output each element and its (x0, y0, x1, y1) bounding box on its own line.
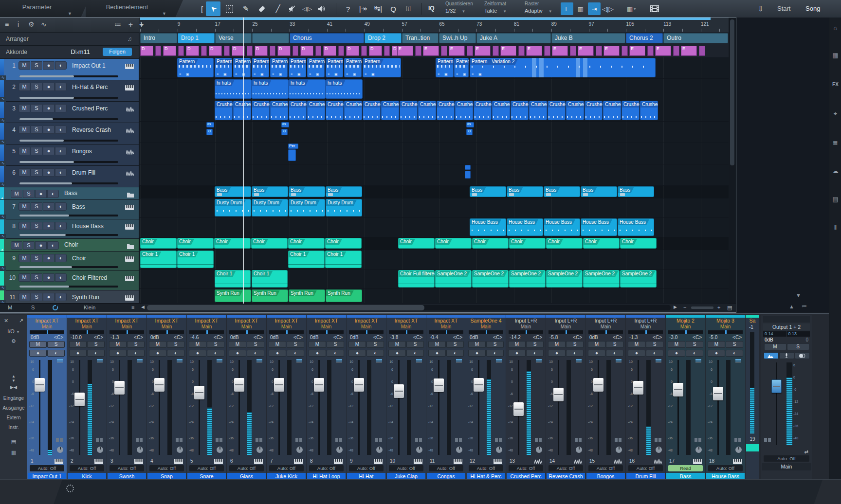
channel-monitor-button[interactable]: ◐ (327, 350, 344, 357)
chord-track-header[interactable]: Akkorde D♭m11 Folgen (0, 46, 139, 59)
clip[interactable]: Crushed Perc (511, 101, 529, 120)
channel-record-button[interactable]: ● (628, 350, 645, 357)
track-list-menu-icon[interactable]: ≡ (5, 20, 9, 28)
track-volume-slider[interactable] (19, 286, 118, 288)
chord-event[interactable]: E (397, 46, 413, 56)
insert-blocks-icon[interactable] (615, 438, 622, 442)
channel-output[interactable]: Main (27, 324, 67, 330)
channel-monitor-button[interactable]: ◐ (726, 350, 743, 357)
wrench-icon[interactable]: ⚙ (28, 20, 35, 28)
mixer-channel-18[interactable]: Mojito 3Main-5.0<C>MS●◐1060-6-12-24-36-4… (706, 315, 745, 480)
horizontal-scrollbar[interactable] (147, 305, 671, 310)
detach-icon[interactable]: ↗ (19, 318, 23, 324)
channel-pan-value[interactable]: <C> (533, 334, 542, 341)
pan-control[interactable] (147, 330, 186, 334)
fader-handle[interactable] (633, 381, 643, 395)
channel-output[interactable]: Main (426, 324, 466, 330)
chord-event[interactable]: D (300, 46, 313, 56)
pool-icon[interactable]: ⫴ (829, 224, 841, 232)
clip-drum-fill[interactable] (465, 165, 471, 170)
chord-event[interactable] (315, 46, 321, 56)
channel-record-button[interactable]: ● (229, 350, 246, 357)
channel-record-button[interactable]: ● (548, 350, 566, 357)
track-record-button[interactable]: ● (43, 273, 55, 282)
listen-tool-icon[interactable] (314, 1, 329, 16)
channel-output[interactable]: Main (666, 324, 705, 330)
list-icon[interactable]: ≣ (829, 139, 841, 146)
raster-dropdown[interactable]: Raster Adaptiv▼ (525, 1, 552, 14)
zoom-presets-icon[interactable]: ▤ (727, 305, 732, 311)
clip[interactable]: Crushed Perc (585, 101, 603, 120)
clip[interactable]: Choir (620, 238, 657, 249)
track-monitor-button[interactable]: ◐ (55, 61, 67, 70)
fader-handle[interactable] (434, 378, 444, 392)
track-volume-slider[interactable] (19, 118, 118, 120)
pin-icon[interactable]: ⌖ (829, 110, 841, 118)
channel-output[interactable]: Main (147, 324, 186, 330)
track-solo-button[interactable]: S (31, 273, 42, 282)
track-mute-button[interactable]: M (18, 126, 30, 134)
clip[interactable]: Pattern (215, 58, 232, 77)
clip[interactable]: Crushed Perc (529, 101, 547, 120)
pan-knob[interactable] (336, 447, 343, 453)
track-header[interactable]: ∿3MS●◐Crushed Perc (0, 102, 139, 123)
clip[interactable]: Choir 1 (252, 270, 288, 288)
chord-event[interactable]: D (346, 46, 359, 56)
pan-control[interactable] (426, 330, 466, 334)
channel-name-plate[interactable] (746, 444, 759, 452)
channel-monitor-button[interactable]: ◐ (406, 350, 424, 357)
fader-handle[interactable] (234, 378, 244, 392)
chord-event[interactable]: D (163, 46, 176, 56)
channel-monitor-button[interactable]: ◐ (686, 350, 703, 357)
track-header-folder[interactable]: ▲MS●◐Choir (0, 239, 139, 252)
clip[interactable]: Bass (544, 186, 580, 197)
arranger-section[interactable]: Drop 2 (365, 33, 402, 43)
clip-reverse-crash[interactable]: ⊙ (281, 129, 288, 135)
chord-event[interactable] (270, 46, 275, 56)
clip-drum-fill[interactable] (465, 171, 471, 179)
track-header[interactable]: ∿9MS●◐Choir (0, 252, 139, 271)
automation-mode-button[interactable]: Auto: Off (309, 465, 344, 471)
track-mute-button[interactable]: M (18, 293, 30, 301)
channel-volume-value[interactable]: 0dB (31, 334, 39, 341)
channel-solo-button[interactable]: S (646, 341, 663, 348)
micro-view-icon[interactable] (735, 359, 741, 362)
pan-knob[interactable] (735, 447, 742, 453)
chord-event[interactable]: E (681, 46, 697, 56)
insert-blocks-icon[interactable] (734, 438, 741, 442)
clip[interactable]: Pattern (252, 58, 269, 77)
pan-control[interactable] (466, 330, 506, 334)
channel-record-button[interactable]: ● (588, 350, 605, 357)
download-update-icon[interactable]: ⇩ (753, 1, 768, 16)
pan-knob[interactable] (695, 447, 702, 453)
clip[interactable]: Crushed Perc (289, 101, 307, 120)
channel-record-button[interactable]: ● (508, 350, 526, 357)
clip[interactable]: House Bass (507, 218, 543, 236)
automation-mode-button[interactable]: Auto: Off (110, 465, 144, 471)
clip[interactable]: Pattern (177, 58, 214, 77)
channel-volume-value[interactable]: -10.0 (71, 334, 82, 341)
mixer-channel-14[interactable]: Input L+RMain-5.8<C>MS●◐1060-6-12-24-36-… (546, 315, 585, 480)
track-mute-button[interactable]: M (18, 104, 30, 112)
track-monitor-button[interactable]: ◐ (47, 241, 59, 250)
clip[interactable]: Bass (289, 186, 325, 197)
tab-start[interactable]: Start (777, 5, 790, 12)
audio-bend-icon[interactable]: |↠ (356, 1, 370, 16)
chord-event[interactable]: E (629, 46, 645, 56)
insert-blocks-icon[interactable] (415, 438, 422, 442)
fader-handle[interactable] (713, 387, 723, 400)
track-monitor-button[interactable]: ◐ (55, 104, 67, 112)
arranger-section[interactable]: Swi..h Up (439, 33, 476, 43)
sidebar-item-instruments[interactable]: Instr. (0, 425, 27, 434)
track-volume-slider[interactable] (19, 215, 118, 216)
arranger-section[interactable]: Verse (215, 33, 252, 43)
channel-record-button[interactable]: ● (468, 350, 486, 357)
channel-record-button[interactable]: ● (428, 350, 446, 357)
tab-song[interactable]: Song (805, 5, 820, 12)
close-icon[interactable]: ✕ (4, 318, 8, 324)
clip[interactable]: hi hats (252, 79, 289, 99)
mixer-channel-6[interactable]: Impact XTMain0dB<C>MS●◐1060-6-12-24-36-4… (227, 315, 266, 480)
channel-mute-button[interactable]: M (708, 341, 725, 348)
micro-view-icon[interactable] (97, 359, 103, 362)
chord-event[interactable] (201, 46, 207, 56)
